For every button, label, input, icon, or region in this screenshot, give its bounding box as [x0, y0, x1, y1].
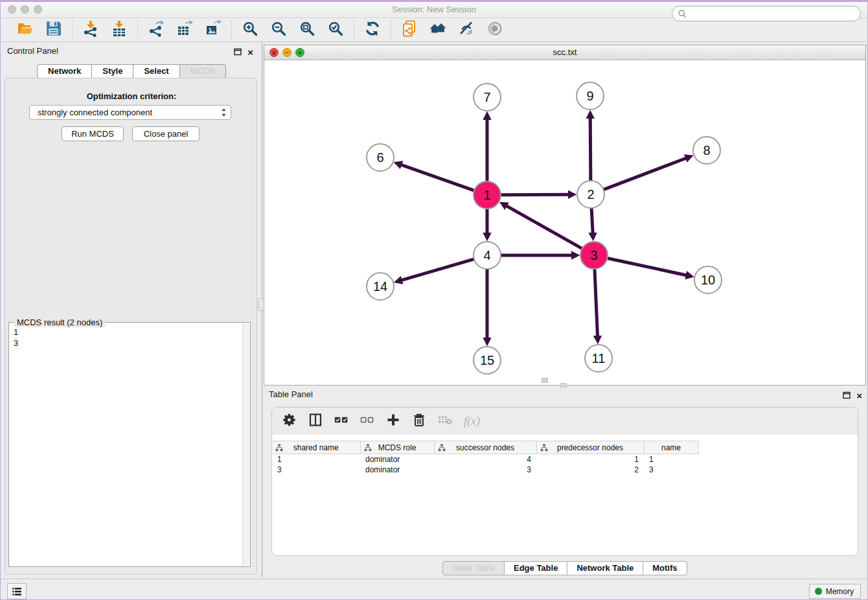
optimization-criterion-select[interactable]: strongly connected component — [29, 105, 231, 120]
save-session-button[interactable] — [45, 21, 63, 39]
save-session-icon — [45, 20, 62, 40]
task-history-button[interactable] — [7, 583, 27, 599]
graph-node-6[interactable]: 6 — [367, 144, 394, 171]
graph-node-4[interactable]: 4 — [474, 242, 501, 269]
network-graph-canvas[interactable]: 7968124314101511 — [264, 60, 865, 385]
table-cell[interactable]: 1 — [272, 454, 360, 465]
column-header-shared-name[interactable]: shared name — [272, 441, 360, 454]
close-panel-icon[interactable]: × — [247, 49, 253, 56]
zoom-selected-button[interactable] — [326, 21, 345, 39]
export-image-button[interactable] — [204, 21, 222, 39]
export-table-button[interactable] — [176, 21, 194, 39]
list-icon — [10, 585, 23, 598]
split-view-button[interactable] — [308, 413, 323, 430]
zoom-in-button[interactable] — [241, 21, 259, 39]
graph-node-14[interactable]: 14 — [367, 273, 394, 300]
mcds-result-text[interactable]: 1 3 — [10, 325, 242, 565]
tab-network-table[interactable]: Network Table — [567, 561, 643, 575]
duplicate-network-button[interactable] — [400, 21, 418, 39]
home-icon — [429, 20, 446, 40]
graph-edge-3-1[interactable] — [507, 206, 582, 249]
tab-node-table[interactable]: Node Table — [442, 561, 505, 575]
graph-edge-4-14[interactable] — [402, 259, 474, 280]
column-header-predecessor-nodes[interactable]: predecessor nodes — [536, 441, 644, 454]
tab-mcds[interactable]: MCDS — [180, 64, 226, 78]
graph-edge-1-6[interactable] — [402, 165, 475, 190]
zoom-fit-icon — [299, 20, 315, 40]
table-cell[interactable]: 1 — [536, 454, 644, 465]
table-cell[interactable]: 3 — [272, 465, 360, 475]
search-input[interactable] — [691, 9, 855, 18]
export-network-button[interactable] — [147, 21, 165, 39]
search-box[interactable] — [672, 6, 861, 21]
deselect-all-button[interactable] — [360, 413, 374, 430]
tab-select[interactable]: Select — [133, 64, 179, 78]
select-all-button[interactable] — [334, 413, 348, 430]
result-scrollbar[interactable] — [242, 323, 249, 566]
column-label: predecessor nodes — [557, 443, 623, 452]
refresh-button[interactable] — [363, 21, 382, 39]
table-cell[interactable]: 2 — [536, 465, 644, 475]
zoom-out-button[interactable] — [269, 21, 288, 39]
import-network-button[interactable] — [82, 21, 100, 39]
table-row[interactable]: 3dominator323 — [272, 465, 698, 475]
column-header-MCDS-role[interactable]: MCDS role — [360, 441, 434, 454]
graph-node-9[interactable]: 9 — [577, 82, 604, 110]
hide-graphics-details-button[interactable] — [457, 21, 475, 39]
table-cell[interactable]: 3 — [434, 465, 536, 475]
delete-table-button[interactable] — [438, 413, 452, 430]
network-hscroll-thumb[interactable] — [542, 378, 548, 383]
graph-edge-3-10[interactable] — [608, 258, 687, 275]
home-button[interactable] — [429, 21, 447, 39]
open-file-button[interactable] — [16, 21, 34, 39]
tab-network[interactable]: Network — [37, 64, 92, 78]
memory-button[interactable]: Memory — [809, 584, 861, 599]
graph-node-11[interactable]: 11 — [585, 345, 612, 372]
horizontal-splitter-grip[interactable] — [560, 383, 567, 387]
graph-node-10[interactable]: 10 — [694, 266, 722, 294]
network-view-window: x − + scc.txt 7968124314101511 — [264, 45, 866, 386]
zoom-fit-button[interactable] — [298, 21, 316, 39]
table-cell[interactable]: 4 — [434, 454, 536, 465]
run-mcds-button[interactable]: Run MCDS — [62, 126, 124, 141]
table-cell[interactable]: dominator — [360, 454, 434, 465]
float-panel-icon[interactable] — [234, 47, 242, 58]
import-table-button[interactable] — [110, 21, 128, 39]
graph-edge-2-9[interactable] — [590, 118, 591, 181]
table-cell[interactable]: 3 — [644, 465, 698, 475]
add-row-button[interactable] — [386, 413, 400, 430]
table-cell[interactable]: dominator — [360, 465, 434, 475]
table-panel: Table Panel × f(x) shared nameMCDS roles… — [264, 388, 866, 576]
close-table-panel-icon[interactable]: × — [856, 392, 862, 400]
deselect-all-icon — [360, 413, 374, 430]
graph-edge-2-3[interactable] — [591, 208, 593, 233]
graph-edge-2-8[interactable] — [604, 158, 686, 189]
graph-node-1[interactable]: 1 — [474, 181, 501, 209]
column-header-successor-nodes[interactable]: successor nodes — [434, 441, 536, 454]
column-tree-icon — [540, 444, 548, 452]
function-builder-button[interactable]: f(x) — [464, 415, 480, 428]
graph-node-3[interactable]: 3 — [580, 242, 608, 269]
delete-row-button[interactable] — [412, 413, 426, 430]
graph-edge-1-2[interactable] — [501, 194, 569, 195]
float-table-panel-icon[interactable] — [843, 390, 851, 402]
hide-graphics-details-icon — [458, 20, 475, 40]
column-header-name[interactable]: name — [644, 441, 698, 454]
graph-node-15[interactable]: 15 — [474, 347, 501, 374]
control-panel-header: Control Panel × — [2, 45, 261, 59]
tab-edge-table[interactable]: Edge Table — [505, 561, 567, 575]
table-container: f(x) shared nameMCDS rolesuccessor nodes… — [271, 407, 858, 556]
graph-node-2[interactable]: 2 — [577, 181, 604, 208]
settings-button[interactable] — [282, 413, 297, 430]
table-row[interactable]: 1dominator411 — [272, 454, 698, 465]
graph-node-7[interactable]: 7 — [474, 84, 501, 111]
graph-edge-3-11[interactable] — [595, 269, 598, 336]
show-graphics-details-button[interactable] — [486, 21, 504, 39]
graph-node-8[interactable]: 8 — [693, 137, 720, 164]
select-stepper-icon — [221, 108, 227, 117]
column-label: successor nodes — [456, 443, 514, 452]
tab-motifs[interactable]: Motifs — [643, 561, 687, 575]
table-cell[interactable]: 1 — [644, 454, 698, 465]
close-panel-button[interactable]: Close panel — [132, 126, 200, 141]
tab-style[interactable]: Style — [92, 64, 133, 78]
